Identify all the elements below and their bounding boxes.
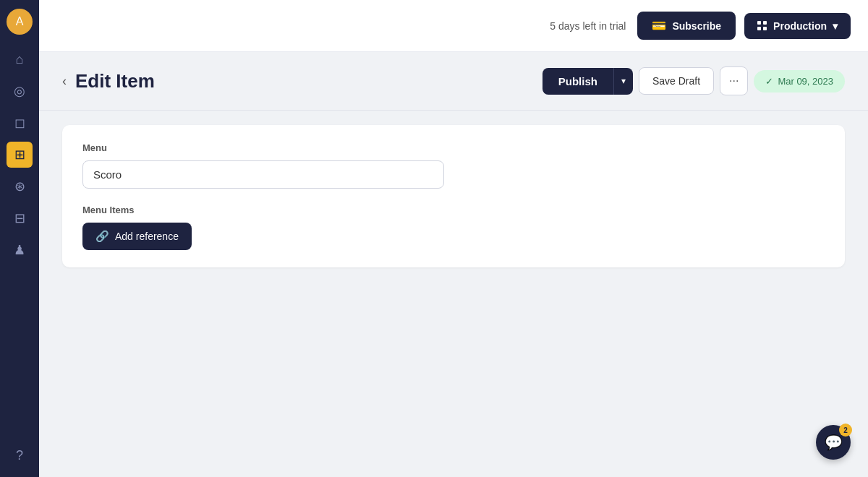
chevron-down-icon: ▾ bbox=[621, 76, 626, 86]
check-icon: ✓ bbox=[765, 76, 773, 87]
sidebar-item-file[interactable]: ◻ bbox=[7, 110, 33, 136]
production-button[interactable]: Production ▾ bbox=[744, 13, 851, 39]
publish-group: Publish ▾ bbox=[542, 68, 633, 95]
sidebar-item-media[interactable]: ⊟ bbox=[7, 205, 33, 231]
publish-button[interactable]: Publish bbox=[542, 68, 613, 95]
back-icon: ‹ bbox=[62, 74, 67, 89]
subscribe-label: Subscribe bbox=[672, 20, 721, 32]
card-icon: 💳 bbox=[652, 19, 666, 33]
trial-text: 5 days left in trial bbox=[550, 20, 626, 32]
sidebar-item-users[interactable]: ♟ bbox=[7, 237, 33, 263]
save-draft-button[interactable]: Save Draft bbox=[639, 67, 714, 95]
chevron-down-icon: ▾ bbox=[833, 20, 838, 32]
page-title-area: ‹ Edit Item bbox=[62, 70, 155, 93]
sidebar-item-blog[interactable]: ◎ bbox=[7, 78, 33, 104]
publish-dropdown-button[interactable]: ▾ bbox=[613, 68, 633, 95]
back-button[interactable]: ‹ bbox=[62, 74, 67, 89]
sidebar-item-help[interactable]: ? bbox=[7, 442, 33, 468]
add-reference-label: Add reference bbox=[115, 231, 179, 242]
avatar[interactable]: A bbox=[7, 9, 33, 35]
production-label: Production bbox=[773, 20, 827, 32]
sidebar-item-grid[interactable]: ⊞ bbox=[7, 142, 33, 168]
page-title: Edit Item bbox=[75, 70, 155, 93]
menu-items-section: Menu Items 🔗 Add reference bbox=[82, 205, 825, 250]
form-card: Menu Menu Items 🔗 Add reference bbox=[62, 125, 845, 267]
sidebar-item-integrations[interactable]: ⊛ bbox=[7, 173, 33, 199]
header-actions: Publish ▾ Save Draft ··· ✓ Mar 09, 2023 bbox=[542, 66, 845, 95]
chat-icon: 💬 bbox=[825, 434, 843, 451]
grid-icon bbox=[757, 21, 767, 31]
chat-widget[interactable]: 💬 2 bbox=[816, 425, 851, 460]
date-text: Mar 09, 2023 bbox=[778, 76, 833, 87]
date-badge: ✓ Mar 09, 2023 bbox=[754, 70, 845, 93]
page-header: ‹ Edit Item Publish ▾ Save Draft ··· ✓ M… bbox=[39, 52, 868, 111]
add-reference-button[interactable]: 🔗 Add reference bbox=[82, 223, 192, 250]
sidebar-item-home[interactable]: ⌂ bbox=[7, 46, 33, 72]
menu-items-label: Menu Items bbox=[82, 205, 825, 215]
menu-input[interactable] bbox=[82, 160, 444, 189]
content-area: ‹ Edit Item Publish ▾ Save Draft ··· ✓ M… bbox=[39, 52, 868, 477]
top-header: 5 days left in trial 💳 Subscribe Product… bbox=[39, 0, 868, 52]
main-area: 5 days left in trial 💳 Subscribe Product… bbox=[39, 0, 868, 477]
menu-label: Menu bbox=[82, 142, 825, 153]
sidebar: A ⌂ ◎ ◻ ⊞ ⊛ ⊟ ♟ ? bbox=[0, 0, 39, 477]
chat-badge: 2 bbox=[839, 424, 852, 437]
subscribe-button[interactable]: 💳 Subscribe bbox=[637, 12, 736, 40]
link-icon: 🔗 bbox=[95, 230, 109, 243]
more-options-button[interactable]: ··· bbox=[720, 66, 748, 95]
